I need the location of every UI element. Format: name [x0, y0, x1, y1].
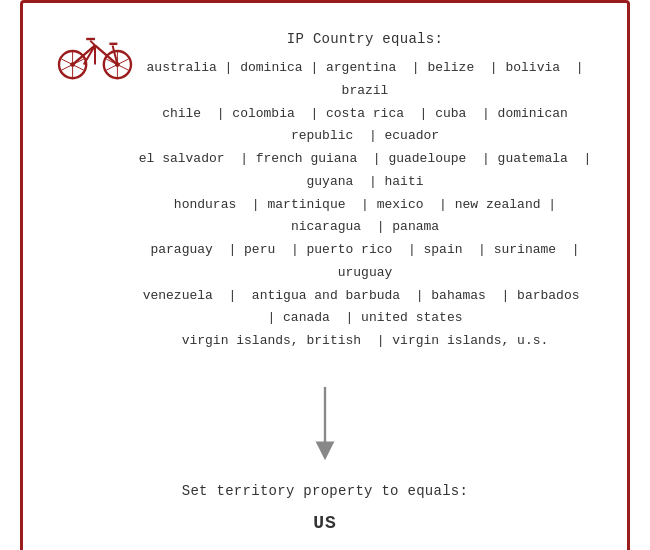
arrow-section [310, 385, 340, 465]
countries-text: australia | dominica | argentina | beliz… [135, 57, 595, 353]
svg-line-13 [61, 59, 72, 65]
rule-card: IP Country equals: australia | dominica … [20, 0, 630, 550]
svg-line-20 [106, 65, 117, 71]
svg-line-23 [117, 59, 128, 65]
action-block: Set territory property to equals: US [182, 483, 469, 533]
condition-label: IP Country equals: [135, 31, 595, 47]
top-section: IP Country equals: australia | dominica … [55, 27, 595, 353]
down-arrow-icon [310, 385, 340, 465]
svg-line-16 [73, 65, 84, 71]
bicycle-icon [55, 23, 135, 83]
condition-block: IP Country equals: australia | dominica … [135, 27, 595, 353]
svg-line-2 [73, 45, 95, 64]
svg-marker-25 [316, 441, 335, 460]
svg-line-22 [117, 65, 128, 71]
svg-line-8 [90, 41, 95, 46]
svg-line-14 [61, 65, 72, 71]
action-value: US [182, 513, 469, 533]
action-label: Set territory property to equals: [182, 483, 469, 499]
